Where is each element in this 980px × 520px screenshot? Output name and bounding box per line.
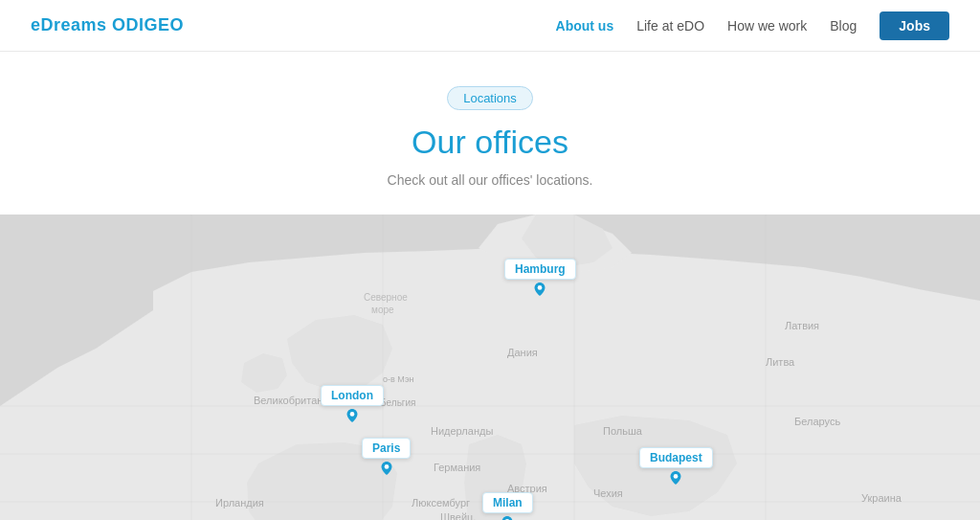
svg-text:Люксембург: Люксембург <box>412 497 470 509</box>
svg-text:Латвия: Латвия <box>785 320 819 331</box>
city-pin-hamburg[interactable]: Hamburg <box>504 259 576 296</box>
hero-section: Locations Our offices Check out all our … <box>0 52 980 215</box>
svg-text:Германия: Германия <box>434 462 480 473</box>
svg-text:море: море <box>371 305 394 315</box>
map-background: Великобритания Ирландия Германия Нидерла… <box>0 215 980 520</box>
svg-point-34 <box>674 474 679 479</box>
nav-about[interactable]: About us <box>556 18 614 34</box>
svg-point-32 <box>350 412 355 417</box>
hero-subtitle: Check out all our offices' locations. <box>19 172 961 188</box>
svg-text:Северное: Северное <box>364 292 408 303</box>
city-label-london: London <box>321 385 384 406</box>
site-header: eDreams ODIGEO About us Life at eDO How … <box>0 0 980 52</box>
map-container: Великобритания Ирландия Германия Нидерла… <box>0 215 980 520</box>
nav-life[interactable]: Life at eDO <box>636 18 704 34</box>
nav-blog[interactable]: Blog <box>830 18 857 34</box>
svg-point-31 <box>538 285 543 290</box>
svg-text:Нидерланды: Нидерланды <box>431 425 493 437</box>
nav-how[interactable]: How we work <box>727 18 807 34</box>
svg-text:Бельгия: Бельгия <box>380 397 416 408</box>
city-pin-budapest[interactable]: Budapest <box>639 447 713 485</box>
city-pin-paris[interactable]: Paris <box>362 438 411 475</box>
svg-text:Украина: Украина <box>861 492 902 504</box>
city-label-budapest: Budapest <box>639 447 713 468</box>
site-logo: eDreams ODIGEO <box>31 15 184 35</box>
svg-point-33 <box>384 464 389 469</box>
svg-text:Чехия: Чехия <box>593 487 623 499</box>
svg-text:Ирландия: Ирландия <box>215 497 264 509</box>
svg-text:Литва: Литва <box>766 356 795 368</box>
svg-text:Дания: Дания <box>507 347 538 358</box>
city-pin-london[interactable]: London <box>321 385 384 422</box>
main-nav: About us Life at eDO How we work Blog Jo… <box>556 11 949 40</box>
city-label-paris: Paris <box>362 438 411 459</box>
city-label-hamburg: Hamburg <box>504 259 576 280</box>
page-title: Our offices <box>19 124 961 161</box>
svg-text:Польша: Польша <box>603 425 643 437</box>
city-pin-milan[interactable]: Milan <box>482 492 533 520</box>
locations-badge: Locations <box>447 86 533 110</box>
svg-text:Швейц.: Швейц. <box>440 511 476 520</box>
svg-text:Беларусь: Беларусь <box>794 416 840 427</box>
svg-text:о-в Мэн: о-в Мэн <box>383 374 413 384</box>
city-label-milan: Milan <box>482 492 533 513</box>
nav-jobs-button[interactable]: Jobs <box>880 11 949 40</box>
